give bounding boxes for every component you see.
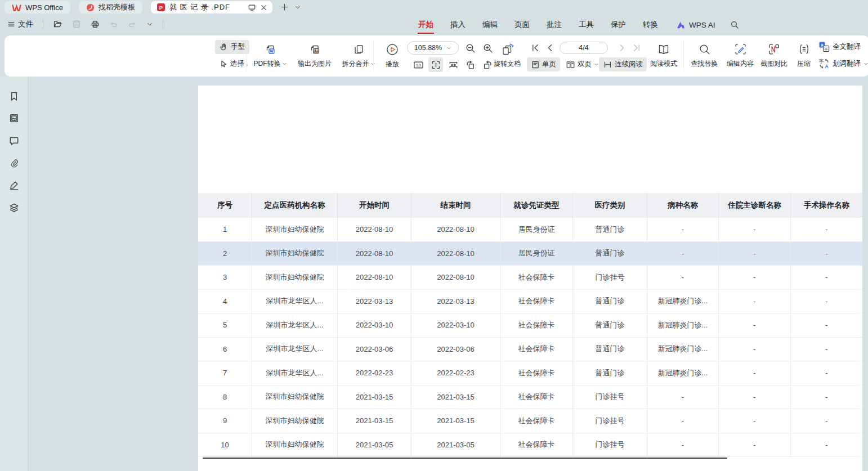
play-icon: [386, 43, 399, 56]
full-translate-label: 全文翻译: [833, 42, 861, 52]
comment-button[interactable]: [4, 132, 24, 150]
chevron-down-icon: [370, 61, 375, 66]
table-cell: 普通门诊: [573, 361, 647, 385]
close-tab-icon[interactable]: [260, 4, 267, 11]
full-translate-button[interactable]: A字 全文翻译: [818, 40, 868, 53]
find-replace-button[interactable]: 查找替换: [687, 38, 722, 73]
new-tab-icon[interactable]: [280, 3, 289, 11]
bookmark-button[interactable]: [4, 87, 24, 105]
table-row-7[interactable]: 7深圳市龙华区人...2022-02-232022-02-23社会保障卡普通门诊…: [198, 361, 862, 385]
layers-button[interactable]: [4, 199, 24, 217]
tab-wps-office[interactable]: WPS Office: [5, 1, 70, 14]
zoom-level-dropdown[interactable]: 105.88%: [407, 41, 459, 55]
rotate-document-icon: [500, 43, 514, 56]
menu-tab-2[interactable]: 编辑: [477, 15, 503, 34]
tab-list-chevron-icon[interactable]: [294, 4, 301, 11]
table-cell: 社会保障卡: [500, 313, 573, 338]
hand-tool-button[interactable]: 手型: [215, 40, 249, 54]
wps-pdf-window: { "window": { "tabs": [ { "label": "WPS …: [0, 0, 868, 471]
read-mode-button[interactable]: 阅读模式: [647, 38, 680, 73]
first-page-icon[interactable]: [529, 42, 542, 54]
redo-icon[interactable]: [126, 19, 138, 30]
table-cell: 2022-03-06: [411, 338, 500, 362]
previous-page-icon[interactable]: [544, 42, 556, 54]
fit-width-icon[interactable]: [446, 57, 460, 72]
table-row-9[interactable]: 9深圳市妇幼保健院2021-03-152021-03-15社会保障卡门诊挂号--…: [198, 409, 862, 433]
table-cell: 深圳市妇幼保健院: [252, 218, 338, 242]
table-cell: -: [647, 242, 719, 266]
table-row-10[interactable]: 10深圳市妇幼保健院2021-03-052021-03-05社会保障卡门诊挂号-…: [198, 433, 862, 457]
last-page-icon[interactable]: [630, 42, 643, 54]
print-icon[interactable]: [89, 19, 101, 30]
menu-lines-icon: [7, 20, 15, 28]
tab-document-pdf[interactable]: P 就 医 记 录 .PDF: [151, 1, 272, 14]
attachment-button[interactable]: [4, 154, 24, 172]
split-merge-label: 拆分合并: [342, 59, 369, 69]
single-page-toggle[interactable]: 单页: [527, 57, 560, 71]
save-icon[interactable]: [70, 19, 83, 30]
edit-content-button[interactable]: 编辑内容: [723, 38, 758, 73]
table-cell: 普通门诊: [573, 218, 647, 242]
monitor-icon[interactable]: [248, 3, 256, 11]
export-image-button[interactable]: 输出为图片: [292, 38, 338, 73]
table-cell: -: [647, 218, 719, 242]
divider: [246, 41, 247, 71]
table-row-4[interactable]: 4深圳市龙华区人...2022-03-132022-03-13社会保障卡普通门诊…: [198, 290, 862, 314]
page-number-input[interactable]: [560, 42, 608, 54]
table-cell: 2022-08-10: [338, 242, 411, 266]
double-page-toggle[interactable]: 双页: [562, 57, 603, 71]
screenshot-compare-button[interactable]: 截图对比: [757, 38, 791, 73]
table-row-8[interactable]: 8深圳市妇幼保健院2021-03-152021-03-15社会保障卡门诊挂号--…: [198, 385, 862, 410]
rotate-left-icon[interactable]: [463, 57, 477, 72]
menu-tab-6[interactable]: 保护: [605, 15, 632, 34]
menu-tab-5[interactable]: 工具: [573, 15, 599, 34]
menu-tab-1[interactable]: 插入: [445, 15, 471, 34]
word-translate-button[interactable]: 字A 划词翻译: [818, 57, 868, 70]
fit-page-icon[interactable]: [428, 57, 443, 72]
annotation-pen-button[interactable]: [4, 176, 24, 194]
chevron-down-icon: [446, 46, 451, 51]
wps-ai-logo-icon: [676, 21, 686, 29]
open-folder-icon[interactable]: [51, 19, 64, 30]
table-row-2[interactable]: 2深圳市妇幼保健院2022-08-102022-08-10居民身份证普通门诊--…: [198, 242, 862, 266]
next-page-icon[interactable]: [616, 42, 628, 54]
cursor-icon: [220, 60, 227, 68]
table-row-5[interactable]: 5深圳市龙华区人...2022-03-102022-03-10社会保障卡普通门诊…: [198, 313, 862, 338]
quick-access-bar: 文件: [6, 18, 165, 30]
svg-text:P: P: [159, 5, 163, 11]
continuous-reading-toggle[interactable]: 连续阅读: [599, 57, 647, 71]
undo-icon[interactable]: [108, 19, 120, 30]
menu-tab-0[interactable]: 开始: [413, 15, 439, 34]
menu-tab-3[interactable]: 页面: [509, 15, 535, 34]
pdf-convert-button[interactable]: PDF转换: [249, 38, 292, 73]
double-page-label: 双页: [578, 60, 592, 69]
tab-docer-templates[interactable]: 找稻壳模板: [79, 1, 142, 14]
table-cell: 门诊挂号: [573, 433, 647, 457]
layers-icon: [9, 203, 19, 213]
zoom-out-icon[interactable]: [463, 41, 477, 55]
table-cell: -: [791, 385, 862, 410]
rotate-document-button[interactable]: 旋转文档: [490, 38, 525, 73]
actual-size-icon[interactable]: 1:1: [411, 57, 426, 72]
file-menu-button[interactable]: 文件: [6, 18, 35, 30]
table-cell: 8: [198, 385, 252, 410]
chevron-down-icon: [863, 61, 868, 66]
table-cell: -: [719, 409, 791, 433]
word-translate-label: 划词翻译: [833, 59, 861, 69]
menu-tab-4[interactable]: 批注: [541, 15, 567, 34]
wps-ai-button[interactable]: WPS AI: [676, 21, 715, 29]
table-cell: -: [719, 266, 791, 290]
table-cell: 2022-03-10: [411, 313, 500, 338]
menu-tab-7[interactable]: 转换: [637, 15, 664, 34]
menu-search-icon[interactable]: [729, 19, 740, 30]
table-row-6[interactable]: 6深圳市龙华区人...2022-03-062022-03-06社会保障卡普通门诊…: [198, 338, 862, 362]
table-cell: -: [647, 409, 719, 433]
thumbnail-button[interactable]: [4, 109, 24, 127]
table-row-1[interactable]: 1深圳市妇幼保健院2022-08-102022-08-10居民身份证普通门诊--…: [198, 218, 862, 242]
quickbar-more-chevron-icon[interactable]: [145, 20, 155, 29]
play-button[interactable]: 播放: [377, 38, 408, 73]
pdf-page: 序号定点医药机构名称开始时间结束时间就诊凭证类型医疗类别病种名称住院主诊断名称手…: [198, 86, 862, 471]
select-tool-button[interactable]: 选择: [215, 57, 249, 71]
table-row-3[interactable]: 3深圳市妇幼保健院2022-08-102022-08-10社会保障卡门诊挂号--…: [198, 266, 862, 290]
compress-button[interactable]: 压缩: [791, 38, 816, 73]
